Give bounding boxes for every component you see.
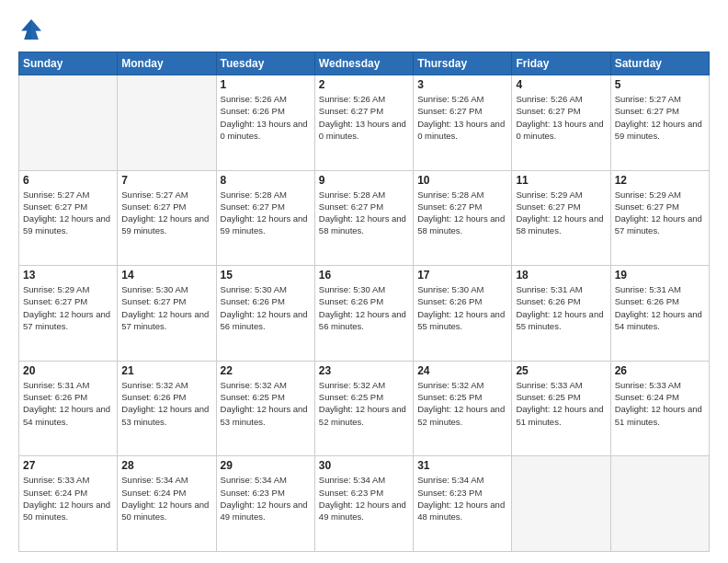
day-detail: Sunrise: 5:31 AMSunset: 6:26 PMDaylight:… (23, 379, 113, 428)
day-detail: Sunrise: 5:30 AMSunset: 6:27 PMDaylight:… (121, 283, 211, 332)
calendar-body: 1Sunrise: 5:26 AMSunset: 6:26 PMDaylight… (19, 75, 710, 552)
calendar-day-cell: 31Sunrise: 5:34 AMSunset: 6:23 PMDayligh… (414, 456, 512, 552)
calendar-day-cell: 14Sunrise: 5:30 AMSunset: 6:27 PMDayligh… (118, 266, 216, 362)
day-detail: Sunrise: 5:29 AMSunset: 6:27 PMDaylight:… (23, 283, 113, 332)
calendar-day-cell: 21Sunrise: 5:32 AMSunset: 6:26 PMDayligh… (118, 361, 216, 456)
day-number: 10 (417, 174, 507, 187)
calendar-week-row: 20Sunrise: 5:31 AMSunset: 6:26 PMDayligh… (19, 361, 710, 456)
logo (18, 17, 48, 42)
day-number: 11 (516, 174, 606, 187)
day-detail: Sunrise: 5:27 AMSunset: 6:27 PMDaylight:… (615, 93, 705, 142)
day-detail: Sunrise: 5:27 AMSunset: 6:27 PMDaylight:… (121, 189, 211, 237)
day-detail: Sunrise: 5:34 AMSunset: 6:23 PMDaylight:… (221, 474, 311, 523)
day-number: 24 (417, 364, 507, 377)
day-number: 29 (221, 459, 311, 472)
calendar-week-row: 1Sunrise: 5:26 AMSunset: 6:26 PMDaylight… (19, 75, 710, 171)
weekday-header: Thursday (414, 52, 512, 75)
calendar-day-cell: 17Sunrise: 5:30 AMSunset: 6:26 PMDayligh… (414, 266, 512, 362)
day-detail: Sunrise: 5:32 AMSunset: 6:25 PMDaylight:… (417, 379, 507, 428)
day-detail: Sunrise: 5:26 AMSunset: 6:26 PMDaylight:… (221, 93, 311, 142)
weekday-row: SundayMondayTuesdayWednesdayThursdayFrid… (19, 52, 710, 75)
day-number: 30 (319, 459, 409, 472)
day-number: 4 (516, 78, 606, 91)
calendar-day-cell: 13Sunrise: 5:29 AMSunset: 6:27 PMDayligh… (19, 266, 118, 362)
day-number: 9 (319, 174, 409, 187)
calendar-day-cell: 28Sunrise: 5:34 AMSunset: 6:24 PMDayligh… (118, 456, 216, 552)
day-detail: Sunrise: 5:26 AMSunset: 6:27 PMDaylight:… (417, 93, 507, 142)
calendar-day-cell: 27Sunrise: 5:33 AMSunset: 6:24 PMDayligh… (19, 456, 118, 552)
day-detail: Sunrise: 5:34 AMSunset: 6:23 PMDaylight:… (319, 474, 409, 523)
calendar-day-cell: 9Sunrise: 5:28 AMSunset: 6:27 PMDaylight… (314, 170, 413, 266)
day-number: 22 (221, 364, 311, 377)
day-number: 1 (221, 78, 311, 91)
weekday-header: Monday (118, 52, 216, 75)
calendar-day-cell: 12Sunrise: 5:29 AMSunset: 6:27 PMDayligh… (610, 170, 709, 266)
weekday-header: Tuesday (216, 52, 314, 75)
day-detail: Sunrise: 5:28 AMSunset: 6:27 PMDaylight:… (319, 189, 409, 237)
calendar-day-cell: 24Sunrise: 5:32 AMSunset: 6:25 PMDayligh… (414, 361, 512, 456)
day-detail: Sunrise: 5:31 AMSunset: 6:26 PMDaylight:… (615, 283, 705, 332)
calendar-day-cell: 23Sunrise: 5:32 AMSunset: 6:25 PMDayligh… (314, 361, 413, 456)
day-detail: Sunrise: 5:26 AMSunset: 6:27 PMDaylight:… (319, 93, 409, 142)
calendar-week-row: 6Sunrise: 5:27 AMSunset: 6:27 PMDaylight… (19, 170, 710, 266)
day-number: 21 (121, 364, 211, 377)
calendar-day-cell: 26Sunrise: 5:33 AMSunset: 6:24 PMDayligh… (610, 361, 709, 456)
calendar-day-cell (610, 456, 709, 552)
day-detail: Sunrise: 5:28 AMSunset: 6:27 PMDaylight:… (417, 189, 507, 237)
calendar-day-cell: 1Sunrise: 5:26 AMSunset: 6:26 PMDaylight… (216, 75, 314, 171)
day-detail: Sunrise: 5:31 AMSunset: 6:26 PMDaylight:… (516, 283, 606, 332)
calendar-week-row: 13Sunrise: 5:29 AMSunset: 6:27 PMDayligh… (19, 266, 710, 362)
logo-icon (18, 17, 44, 42)
day-number: 19 (615, 269, 705, 282)
day-number: 31 (417, 459, 507, 472)
day-number: 13 (23, 269, 113, 282)
day-detail: Sunrise: 5:33 AMSunset: 6:24 PMDaylight:… (615, 379, 705, 428)
day-detail: Sunrise: 5:29 AMSunset: 6:27 PMDaylight:… (516, 189, 606, 237)
calendar-day-cell: 18Sunrise: 5:31 AMSunset: 6:26 PMDayligh… (512, 266, 610, 362)
header (18, 17, 710, 42)
calendar-day-cell (19, 75, 118, 171)
day-number: 20 (23, 364, 113, 377)
day-detail: Sunrise: 5:26 AMSunset: 6:27 PMDaylight:… (516, 93, 606, 142)
day-detail: Sunrise: 5:34 AMSunset: 6:24 PMDaylight:… (121, 474, 211, 523)
day-detail: Sunrise: 5:27 AMSunset: 6:27 PMDaylight:… (23, 189, 113, 237)
calendar-day-cell: 8Sunrise: 5:28 AMSunset: 6:27 PMDaylight… (216, 170, 314, 266)
day-number: 7 (121, 174, 211, 187)
day-number: 26 (615, 364, 705, 377)
calendar-day-cell: 5Sunrise: 5:27 AMSunset: 6:27 PMDaylight… (610, 75, 709, 171)
day-detail: Sunrise: 5:34 AMSunset: 6:23 PMDaylight:… (417, 474, 507, 523)
calendar-day-cell: 7Sunrise: 5:27 AMSunset: 6:27 PMDaylight… (118, 170, 216, 266)
calendar-day-cell: 20Sunrise: 5:31 AMSunset: 6:26 PMDayligh… (19, 361, 118, 456)
day-number: 25 (516, 364, 606, 377)
day-detail: Sunrise: 5:29 AMSunset: 6:27 PMDaylight:… (615, 189, 705, 237)
day-detail: Sunrise: 5:30 AMSunset: 6:26 PMDaylight:… (417, 283, 507, 332)
page: SundayMondayTuesdayWednesdayThursdayFrid… (0, 0, 728, 563)
calendar-table: SundayMondayTuesdayWednesdayThursdayFrid… (18, 52, 710, 552)
day-number: 3 (417, 78, 507, 91)
calendar-day-cell: 3Sunrise: 5:26 AMSunset: 6:27 PMDaylight… (414, 75, 512, 171)
day-number: 16 (319, 269, 409, 282)
day-number: 5 (615, 78, 705, 91)
calendar-day-cell (118, 75, 216, 171)
calendar-day-cell: 29Sunrise: 5:34 AMSunset: 6:23 PMDayligh… (216, 456, 314, 552)
day-number: 28 (121, 459, 211, 472)
calendar-day-cell: 25Sunrise: 5:33 AMSunset: 6:25 PMDayligh… (512, 361, 610, 456)
calendar-day-cell: 11Sunrise: 5:29 AMSunset: 6:27 PMDayligh… (512, 170, 610, 266)
calendar-week-row: 27Sunrise: 5:33 AMSunset: 6:24 PMDayligh… (19, 456, 710, 552)
day-number: 14 (121, 269, 211, 282)
day-detail: Sunrise: 5:32 AMSunset: 6:26 PMDaylight:… (121, 379, 211, 428)
day-detail: Sunrise: 5:30 AMSunset: 6:26 PMDaylight:… (221, 283, 311, 332)
svg-marker-1 (31, 19, 41, 40)
day-detail: Sunrise: 5:33 AMSunset: 6:25 PMDaylight:… (516, 379, 606, 428)
calendar-day-cell: 2Sunrise: 5:26 AMSunset: 6:27 PMDaylight… (314, 75, 413, 171)
day-number: 18 (516, 269, 606, 282)
day-detail: Sunrise: 5:33 AMSunset: 6:24 PMDaylight:… (23, 474, 113, 523)
day-number: 12 (615, 174, 705, 187)
weekday-header: Wednesday (314, 52, 413, 75)
day-number: 23 (319, 364, 409, 377)
day-detail: Sunrise: 5:30 AMSunset: 6:26 PMDaylight:… (319, 283, 409, 332)
day-detail: Sunrise: 5:32 AMSunset: 6:25 PMDaylight:… (319, 379, 409, 428)
calendar-day-cell: 10Sunrise: 5:28 AMSunset: 6:27 PMDayligh… (414, 170, 512, 266)
calendar-day-cell (512, 456, 610, 552)
calendar-day-cell: 15Sunrise: 5:30 AMSunset: 6:26 PMDayligh… (216, 266, 314, 362)
